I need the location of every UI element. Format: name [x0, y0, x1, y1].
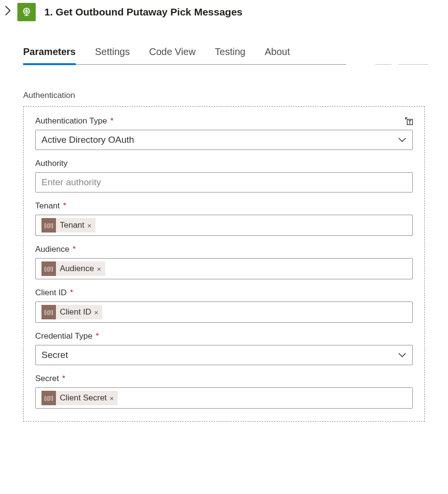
credential-type-value: Secret — [41, 350, 398, 360]
label-text: Audience — [35, 245, 69, 254]
required-marker: * — [61, 201, 66, 210]
tab-parameters[interactable]: Parameters — [23, 42, 76, 64]
required-marker: * — [70, 245, 76, 254]
label-text: Credential Type — [35, 331, 93, 341]
tab-settings[interactable]: Settings — [95, 42, 130, 64]
audience-label: Audience * — [35, 245, 413, 254]
tenant-token-chip[interactable]: [@] Tenant × — [41, 218, 95, 233]
field-client-id: Client ID * [@] Client ID × — [35, 288, 413, 323]
chevron-down-icon — [398, 136, 407, 144]
remove-token-icon[interactable]: × — [87, 221, 92, 230]
toggle-view-icon[interactable]: T — [404, 116, 415, 127]
token-label: Client Secret — [60, 393, 107, 403]
auth-type-value: Active Directory OAuth — [41, 135, 398, 145]
required-marker: * — [68, 288, 73, 297]
credential-type-select[interactable]: Secret — [35, 345, 413, 365]
field-audience: Audience * [@] Audience × — [35, 245, 413, 279]
expand-chevron-icon[interactable] — [5, 6, 12, 18]
parameter-icon: [@] — [41, 261, 56, 276]
token-label: Tenant — [60, 220, 84, 230]
tab-code-view[interactable]: Code View — [149, 42, 195, 64]
field-secret: Secret * [@] Client Secret × — [35, 374, 413, 409]
action-header: 1. Get Outbound Putaway Pick Messages — [5, 3, 425, 21]
required-marker: * — [94, 331, 99, 341]
client-id-token-chip[interactable]: [@] Client ID × — [41, 305, 102, 319]
auth-type-label: Authentication Type * — [35, 116, 413, 126]
chevron-down-icon — [398, 351, 407, 359]
label-text: Secret — [35, 374, 59, 383]
authentication-section-label: Authentication — [23, 91, 425, 100]
remove-token-icon[interactable]: × — [97, 265, 101, 273]
tab-overflow-stub — [375, 64, 392, 65]
tab-bar: Parameters Settings Code View Testing Ab… — [23, 42, 346, 65]
tab-about[interactable]: About — [265, 42, 290, 64]
label-text: Client ID — [35, 288, 67, 297]
credential-type-label: Credential Type * — [35, 331, 413, 341]
label-text: Tenant — [35, 201, 60, 210]
field-auth-type: Authentication Type * Active Directory O… — [35, 116, 413, 150]
client-id-input[interactable]: [@] Client ID × — [35, 302, 413, 323]
parameter-icon: [@] — [41, 305, 56, 319]
authority-input[interactable]: Enter authority — [35, 172, 413, 192]
authentication-panel: T Authentication Type * Active Directory… — [23, 106, 425, 422]
remove-token-icon[interactable]: × — [109, 394, 114, 402]
required-marker: * — [60, 374, 65, 383]
remove-token-icon[interactable]: × — [94, 308, 98, 316]
field-credential-type: Credential Type * Secret — [35, 331, 413, 365]
audience-token-chip[interactable]: [@] Audience × — [41, 261, 105, 276]
parameter-icon: [@] — [41, 391, 56, 405]
svg-text:T: T — [408, 120, 412, 125]
client-id-label: Client ID * — [35, 288, 413, 298]
secret-label: Secret * — [35, 374, 413, 384]
required-marker: * — [108, 116, 113, 125]
audience-input[interactable]: [@] Audience × — [35, 258, 413, 279]
parameter-icon: [@] — [41, 218, 56, 233]
action-title: 1. Get Outbound Putaway Pick Messages — [44, 6, 243, 18]
auth-type-select[interactable]: Active Directory OAuth — [35, 130, 413, 150]
tab-testing[interactable]: Testing — [215, 42, 245, 64]
tenant-input[interactable]: [@] Tenant × — [35, 215, 413, 236]
label-text: Authentication Type — [35, 116, 107, 125]
token-label: Client ID — [60, 307, 91, 317]
action-type-icon — [17, 3, 36, 21]
authority-placeholder: Enter authority — [41, 177, 101, 188]
secret-token-chip[interactable]: [@] Client Secret × — [41, 391, 118, 405]
secret-input[interactable]: [@] Client Secret × — [35, 387, 413, 409]
field-authority: Authority Enter authority — [35, 159, 413, 192]
token-label: Audience — [60, 264, 94, 274]
tenant-label: Tenant * — [35, 201, 413, 211]
field-tenant: Tenant * [@] Tenant × — [35, 201, 413, 236]
tab-overflow-stub — [398, 64, 428, 65]
authority-label: Authority — [35, 159, 413, 168]
